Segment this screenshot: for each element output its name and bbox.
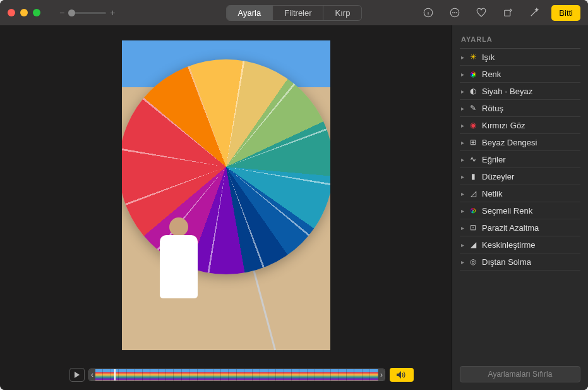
adjustment-item[interactable]: ▸∿Eğriler: [460, 151, 580, 168]
timeline-frame[interactable]: [268, 369, 276, 381]
adjustment-icon: ∿: [468, 154, 478, 164]
timeline-frame[interactable]: [221, 369, 229, 381]
svg-marker-8: [75, 372, 80, 378]
adjustment-label: Keskinleştirme: [482, 240, 579, 250]
timeline-frame[interactable]: [363, 369, 370, 381]
adjustment-label: Kırmızı Göz: [482, 121, 579, 130]
adjustment-item[interactable]: ▸⊞Beyaz Dengesi: [460, 134, 580, 151]
trim-end-handle[interactable]: ›: [378, 369, 385, 381]
reset-adjustments-button[interactable]: Ayarlamaları Sıfırla: [460, 366, 580, 382]
timeline-frame[interactable]: [213, 369, 221, 381]
adjustment-item[interactable]: ▸✎Rötuş: [460, 100, 580, 117]
timeline-frame[interactable]: [166, 369, 174, 381]
adjustment-label: Eğriler: [482, 155, 579, 164]
timeline-frame[interactable]: [292, 369, 299, 381]
play-button[interactable]: [69, 368, 85, 382]
timeline-frame[interactable]: [331, 369, 339, 381]
maximize-window-button[interactable]: [33, 9, 40, 16]
playhead[interactable]: [114, 369, 116, 381]
timeline-frame[interactable]: [299, 369, 307, 381]
adjustment-item[interactable]: ▸▮Düzeyler: [460, 168, 580, 185]
timeline-frame[interactable]: [103, 369, 111, 381]
timeline-frame[interactable]: [323, 369, 331, 381]
adjustment-item[interactable]: ▸◐Siyah - Beyaz: [460, 83, 580, 100]
favorite-icon[interactable]: [472, 5, 491, 20]
tab-crop[interactable]: Kırp: [324, 6, 362, 20]
adjustment-item[interactable]: ▸⊡Parazit Azaltma: [460, 219, 580, 236]
adjustment-icon: ◢: [468, 240, 478, 250]
timeline-frame[interactable]: [347, 369, 354, 381]
chevron-right-icon: ▸: [461, 207, 464, 214]
timeline-frame[interactable]: [119, 369, 126, 381]
timeline-frame[interactable]: [308, 369, 315, 381]
timeline-frame[interactable]: [315, 369, 323, 381]
tab-filters[interactable]: Filtreler: [273, 6, 323, 20]
timeline-frame[interactable]: [143, 369, 150, 381]
timeline-frame[interactable]: [174, 369, 181, 381]
svg-point-6: [457, 13, 457, 13]
timeline-frame[interactable]: [276, 369, 284, 381]
svg-point-5: [455, 13, 455, 13]
adjustment-icon: ☀: [468, 52, 478, 62]
timeline-frame[interactable]: [150, 369, 158, 381]
timeline-frame[interactable]: [182, 369, 189, 381]
timeline-frame[interactable]: [284, 369, 292, 381]
timeline-frame[interactable]: [354, 369, 362, 381]
photo-preview: [122, 40, 330, 350]
timeline-frame[interactable]: [135, 369, 142, 381]
adjustment-item[interactable]: ▸☀Işık: [460, 49, 580, 66]
photo-detail: [122, 59, 330, 274]
adjustment-icon: ◉: [468, 69, 478, 79]
timeline-frame[interactable]: [95, 369, 103, 381]
timeline-frame[interactable]: [189, 369, 197, 381]
timeline-frame[interactable]: [229, 369, 236, 381]
zoom-track[interactable]: [68, 12, 106, 14]
done-button[interactable]: Bitti: [551, 5, 580, 21]
timeline[interactable]: ‹ ›: [88, 369, 385, 381]
inspector-header: AYARLA: [460, 33, 580, 49]
minimize-window-button[interactable]: [20, 9, 28, 16]
timeline-frame[interactable]: [370, 369, 378, 381]
chevron-right-icon: ▸: [461, 241, 464, 248]
chevron-right-icon: ▸: [461, 259, 464, 265]
adjustment-icon: ◎: [468, 257, 478, 267]
adjustment-label: Dıştan Solma: [482, 257, 579, 267]
adjustment-item[interactable]: ▸◿Netlik: [460, 185, 580, 202]
more-icon[interactable]: [445, 5, 464, 20]
canvas-area: ‹ ›: [0, 25, 452, 390]
zoom-slider[interactable]: − +: [59, 8, 115, 18]
adjustment-item[interactable]: ▸◉Kırmızı Göz: [460, 117, 580, 134]
timeline-frame[interactable]: [127, 369, 135, 381]
rotate-icon[interactable]: [498, 5, 517, 20]
adjustment-item[interactable]: ▸⊗Seçmeli Renk: [460, 202, 580, 219]
close-window-button[interactable]: [8, 9, 15, 16]
chevron-right-icon: ▸: [461, 224, 464, 231]
magic-icon[interactable]: [525, 5, 544, 20]
adjustment-item[interactable]: ▸◉Renk: [460, 66, 580, 83]
timeline-frame[interactable]: [198, 369, 205, 381]
timeline-frame[interactable]: [159, 369, 166, 381]
adjustment-item[interactable]: ▸◢Keskinleştirme: [460, 236, 580, 253]
timeline-frame[interactable]: [244, 369, 252, 381]
adjustment-label: Seçmeli Renk: [482, 206, 579, 216]
timeline-frame[interactable]: [253, 369, 260, 381]
trim-start-handle[interactable]: ‹: [89, 369, 95, 381]
info-icon[interactable]: [419, 5, 438, 20]
adjustment-label: Beyaz Dengesi: [482, 138, 579, 147]
adjustment-icon: ▮: [468, 171, 478, 181]
timeline-frame[interactable]: [205, 369, 213, 381]
timeline-frame[interactable]: [260, 369, 268, 381]
timeline-frame[interactable]: [237, 369, 244, 381]
titlebar: − + Ayarla Filtreler Kırp Bitti: [0, 0, 588, 25]
timeline-frames[interactable]: [95, 369, 378, 381]
timeline-frame[interactable]: [339, 369, 347, 381]
chevron-right-icon: ▸: [461, 156, 464, 163]
app-window: − + Ayarla Filtreler Kırp Bitti: [0, 0, 588, 390]
tab-adjust[interactable]: Ayarla: [227, 6, 273, 20]
chevron-right-icon: ▸: [461, 105, 464, 112]
chevron-right-icon: ▸: [461, 88, 464, 95]
adjustment-label: Renk: [482, 70, 579, 79]
adjustment-item[interactable]: ▸◎Dıştan Solma: [460, 253, 580, 271]
sound-button[interactable]: [390, 368, 414, 382]
zoom-thumb[interactable]: [68, 9, 75, 16]
